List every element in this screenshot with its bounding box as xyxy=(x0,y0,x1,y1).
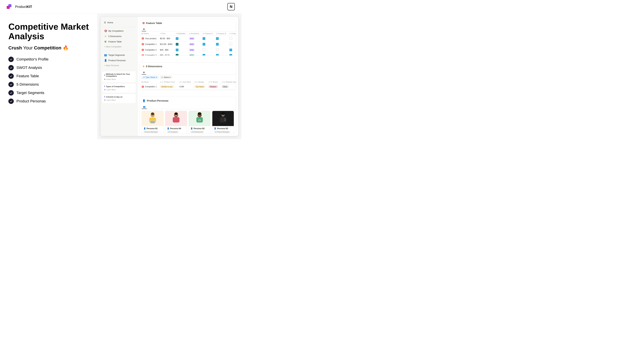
persona-card-N3: 👤 Persona N3 IT Project Manager 👥 Tech P… xyxy=(212,111,234,134)
svg-rect-1 xyxy=(8,4,12,7)
persona-N2-segment: 👥 Tech Professionals · Students xyxy=(190,134,209,134)
checklist-item-5-dimensions: 5 Dimensions xyxy=(8,82,89,87)
learn-more-1[interactable]: ▶ Learn More xyxy=(104,78,134,81)
hamburger-icon: ☰ xyxy=(104,21,106,24)
dim-row-icon-1: 🎯 xyxy=(142,85,144,88)
chevron-down-icon-2: ▾ xyxy=(170,76,170,78)
checklist-item-feature-table: Feature Table xyxy=(8,73,89,79)
star-dimensions-icon: ★ xyxy=(142,65,144,68)
tag-brand-1: Weaker xyxy=(209,85,218,88)
checklist-item-competitor-profile: Competitor's Profile xyxy=(8,57,89,62)
persona-N1-role: Product Manager xyxy=(144,131,158,133)
aesthetics-0: 4/10 xyxy=(189,37,195,40)
feature-table: Aa Name ≡ Price ↻ Reliability ◎ Aestheti… xyxy=(140,31,236,56)
row-icon-1: 🎯 xyxy=(142,43,144,45)
persona-N1-icon: 👤 xyxy=(144,127,146,130)
tab-personas-grid[interactable]: 👥 xyxy=(142,105,147,109)
col-featureC: ☑ Feature C xyxy=(228,31,236,36)
featureB-2 xyxy=(216,48,219,51)
logo-area: ProductKIT xyxy=(7,3,32,10)
table-row: 🎯 Your product $9.00 - $50 ✓ 4/10 ✓ ✓ Te… xyxy=(140,36,236,41)
tag-design-1: Top Notch xyxy=(194,85,206,88)
table-row: 🎯 Competitor 2 $45 - $90 ✓ 5/10 ✓ Studen… xyxy=(140,47,236,53)
svg-rect-6 xyxy=(150,121,155,123)
sidebar-item-5-dimensions[interactable]: ★ 5 Dimensions xyxy=(102,34,136,39)
svg-point-22 xyxy=(198,112,202,115)
left-panel: Competitive Market Analysis Crush Your C… xyxy=(0,13,97,139)
col-price: ≡ Price xyxy=(158,31,174,36)
dim-col-name: Aa Name xyxy=(140,80,158,84)
check-reliability-3: ✓ xyxy=(176,54,178,56)
persona-N3-info: 👤 Persona N3 IT Project Manager 👥 Tech P… xyxy=(212,126,234,134)
persona-N4-role: UX Designer xyxy=(167,131,178,133)
persona-N2-icon: 👤 xyxy=(190,127,193,130)
callout-card-3: ℹ 3 Events to Spy on ▶ Learn More xyxy=(102,94,136,103)
featureB-0: ✓ xyxy=(216,37,219,40)
header: ProductKIT N xyxy=(0,0,242,13)
svg-point-15 xyxy=(175,115,176,115)
svg-point-16 xyxy=(176,115,177,115)
persona-avatar-N1 xyxy=(142,111,163,126)
star-icon: ★ xyxy=(104,35,107,38)
tag-speed-1: Slow xyxy=(222,85,228,88)
notion-main-content: ⊞ Feature Table ⊞ Aa Name xyxy=(138,17,238,136)
persona-avatar-N3 xyxy=(212,111,234,126)
check-reliability-2: ✓ xyxy=(176,49,178,51)
persona-N2-info: 👤 Persona N2 UX Researcher 👥 Tech Profes… xyxy=(189,126,210,134)
persona-N1-info: 👤 Persona N1 Product Manager 👥 Freelance… xyxy=(142,126,163,134)
sidebar-item-product-personas[interactable]: 👤 Product Personas xyxy=(102,58,136,63)
logo-text: ProductKIT xyxy=(15,5,32,9)
notion-sidebar: ☰ Home 🎯 My Competitors ★ 5 Dimensions ⊞… xyxy=(100,17,138,136)
featureC-0 xyxy=(230,37,232,39)
table-icon: ⊞ xyxy=(104,40,107,43)
callout-cards: ℹ Methods to Search for Your Competitors… xyxy=(102,71,136,103)
persona-N4-segment: 👥 Freelancers xyxy=(167,134,185,134)
feature-table-icon: ⊞ xyxy=(142,21,144,25)
user-base-1: +13M xyxy=(179,85,184,88)
five-dimensions-section: ★ 5 Dimensions ⊞ ⊙ Type: Direct ▾ Aa xyxy=(140,62,236,90)
row-icon-your: 🎯 xyxy=(142,37,144,40)
persona-avatar-N2 xyxy=(189,111,210,126)
info-icon-3: ℹ xyxy=(104,96,105,98)
tab-grid[interactable]: ⊞ xyxy=(142,27,146,31)
col-featureA: ☑ Feature A xyxy=(201,31,214,36)
aesthetics-2: 5/10 xyxy=(189,49,195,51)
sidebar-add-competitor[interactable]: + New Competitor xyxy=(102,44,136,49)
sidebar-item-my-competitors[interactable]: 🎯 My Competitors xyxy=(102,28,136,33)
featureA-0: ✓ xyxy=(202,37,205,40)
persona-icon: 👤 xyxy=(104,59,107,62)
sidebar-add-persona[interactable]: + New Persona xyxy=(102,63,136,68)
filter-type-direct[interactable]: ⊙ Type: Direct ▾ xyxy=(142,76,158,79)
check-icon-5 xyxy=(8,90,14,95)
segment-icon-N4: 👥 xyxy=(167,134,169,134)
right-panel: ☰ Home 🎯 My Competitors ★ 5 Dimensions ⊞… xyxy=(97,13,242,139)
table-row: 🎯 Competitor 1 $13.99 - $384 ✓ 6/10 ✓ ✓ … xyxy=(140,41,236,47)
notion-icon[interactable]: N xyxy=(228,3,235,10)
svg-rect-35 xyxy=(222,114,224,116)
sidebar-item-feature-table[interactable]: ⊞ Feature Table xyxy=(102,39,136,44)
personas-grid: 👤 Persona N1 Product Manager 👥 Freelance… xyxy=(140,109,236,134)
svg-rect-26 xyxy=(199,120,200,121)
five-dimensions-header: ★ 5 Dimensions xyxy=(140,62,236,69)
dim-col-core: ⊙ 1. Product Core xyxy=(158,80,177,84)
check-reliability-0: ✓ xyxy=(176,37,178,40)
checklist-item-swot: SWOT Analysis xyxy=(8,65,89,70)
callout-card-1: ℹ Methods to Search for Your Competitors… xyxy=(102,71,136,82)
sidebar-item-target-segments[interactable]: 👥 Target Segments xyxy=(102,52,136,57)
persona-N3-role: IT Project Manager xyxy=(214,131,230,133)
check-icon-3 xyxy=(8,73,14,79)
filter-name[interactable]: Aa Name ▾ xyxy=(160,76,172,79)
learn-more-2[interactable]: ▶ Learn More xyxy=(104,88,134,91)
col-featureB: ☑ Feature B xyxy=(214,31,228,36)
segment-icon-N3: 👥 xyxy=(214,134,216,134)
feature-table-section: ⊞ Feature Table ⊞ Aa Name xyxy=(140,19,236,56)
learn-more-3[interactable]: ▶ Learn More xyxy=(104,98,134,101)
info-icon-2: ℹ xyxy=(104,85,105,87)
checklist-item-target-segments: Target Segments xyxy=(8,90,89,95)
dim-col-design: ⊙ 3. Design xyxy=(193,80,207,84)
sidebar-home[interactable]: ☰ Home xyxy=(102,20,136,25)
tab-dimensions-grid[interactable]: ⊞ xyxy=(142,70,146,75)
filter-bar: ⊙ Type: Direct ▾ Aa Name ▾ xyxy=(140,75,236,80)
check-icon-4 xyxy=(8,82,14,87)
dim-col-userbase: ≡ 2. User Base xyxy=(177,80,192,84)
